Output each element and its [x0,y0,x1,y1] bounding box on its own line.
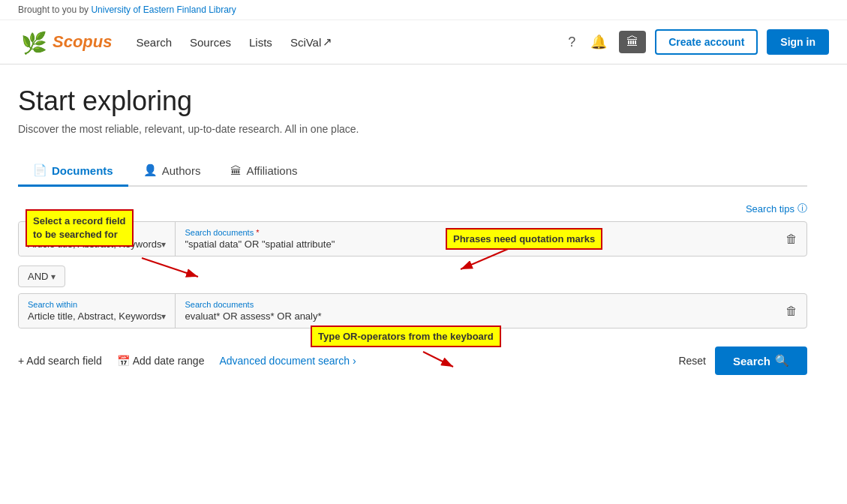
create-account-button[interactable]: Create account [655,29,758,55]
nav-scival[interactable]: SciVal ↗ [290,35,332,49]
search-row-2: Search within Article title, Abstract, K… [18,293,807,328]
calendar-icon: 📅 [117,355,130,367]
search-icon: 🔍 [775,354,789,368]
header: 🌿 Scopus Search Sources Lists SciVal ↗ ?… [0,20,847,64]
logo-area: 🌿 Scopus [18,28,112,56]
search-tips-link[interactable]: Search tips ⓘ [746,202,807,215]
bottom-left-actions: + Add search field 📅 Add date range Adva… [18,355,356,367]
logo-text[interactable]: Scopus [53,32,112,52]
notifications-icon[interactable]: 🔔 [587,31,610,53]
required-marker-1: * [256,228,259,237]
add-date-range-button[interactable]: 📅 Add date range [117,355,205,367]
nav-lists[interactable]: Lists [249,36,272,49]
tab-authors[interactable]: 👤 Authors [128,156,216,187]
tabs-container: 📄 Documents 👤 Authors 🏛 Affiliations [18,156,807,187]
nav-search[interactable]: Search [136,36,172,49]
chevron-right-icon: › [353,355,356,367]
search-row-1: Search within Article title, Abstract, K… [18,221,807,256]
banner-text: Brought to you by [18,4,89,15]
affiliations-icon: 🏛 [230,164,242,177]
delete-row-2-button[interactable]: 🗑 [776,294,806,328]
search-tips-row: Search tips ⓘ [18,202,807,215]
sign-in-button[interactable]: Sign in [767,29,829,55]
page-subtitle: Discover the most reliable, relevant, up… [18,123,807,135]
annotation-or-operators: Type OR-operators from the keyboard [311,326,501,347]
institution-icon[interactable]: 🏛 [619,31,646,53]
main-content: Start exploring Discover the most reliab… [0,64,825,393]
search-button[interactable]: Search 🔍 [715,346,807,375]
operator-select[interactable]: AND ▾ [18,266,65,287]
elsevier-logo-icon: 🌿 [18,28,47,56]
scival-chevron-icon: ↗ [323,35,332,49]
header-actions: ? 🔔 🏛 Create account Sign in [565,29,829,55]
operator-row: AND ▾ [18,266,807,287]
authors-icon: 👤 [143,164,158,177]
nav-sources[interactable]: Sources [190,36,231,49]
university-link[interactable]: University of Eastern Finland Library [91,4,236,15]
tab-affiliations[interactable]: 🏛 Affiliations [215,156,312,187]
svg-text:🌿: 🌿 [21,31,47,56]
help-icon[interactable]: ? [565,32,578,53]
tab-documents[interactable]: 📄 Documents [18,156,128,187]
chevron-down-icon-1: ▾ [161,239,166,250]
header-nav: Search Sources Lists SciVal ↗ [136,35,541,49]
top-banner: Brought to you by University of Eastern … [0,0,847,20]
search-within-label-2: Search within [28,300,166,309]
bottom-right-actions: Reset Search 🔍 [678,346,807,375]
search-doc-field-2[interactable] [185,310,767,322]
search-doc-input-2: Search documents [176,294,776,328]
page-title: Start exploring [18,86,807,117]
annotation-select-record: Select a record field to be searched for [26,209,134,247]
annotation-phrases: Phrases need quotation marks [446,228,602,250]
documents-icon: 📄 [33,164,47,177]
delete-row-1-button[interactable]: 🗑 [776,222,806,256]
help-circle-icon: ⓘ [797,202,807,215]
search-within-value-2: Article title, Abstract, Keywords ▾ [28,310,166,322]
add-search-field-button[interactable]: + Add search field [18,355,102,367]
advanced-search-link[interactable]: Advanced document search › [219,355,356,367]
chevron-down-icon-2: ▾ [161,311,166,322]
operator-chevron-icon: ▾ [51,272,56,282]
search-doc-label-2: Search documents [185,300,767,309]
search-area-wrapper: Search tips ⓘ Search within Article titl… [18,187,807,375]
search-within-select-2[interactable]: Search within Article title, Abstract, K… [19,294,176,328]
reset-button[interactable]: Reset [678,355,706,367]
